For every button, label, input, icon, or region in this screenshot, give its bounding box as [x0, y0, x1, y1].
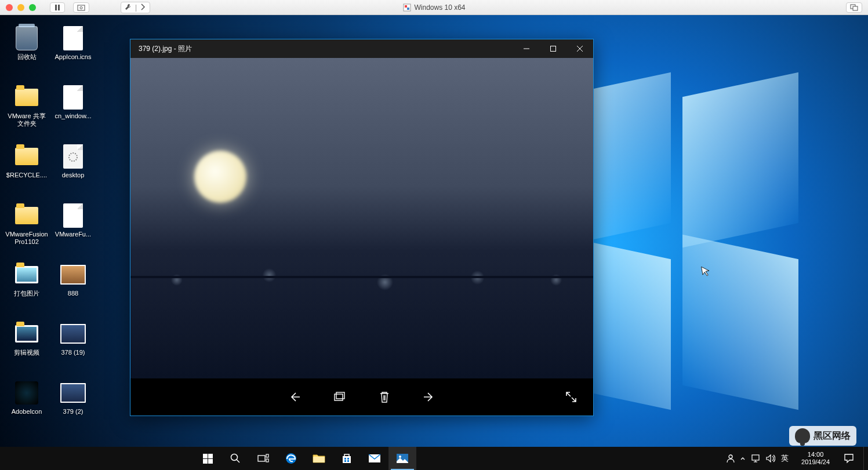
svg-rect-27 [344, 458, 346, 460]
taskbar-right: 英 14:00 2019/4/24 [723, 447, 868, 470]
search-button[interactable] [221, 447, 249, 470]
icon-label: 回收站 [17, 53, 37, 61]
delete-button[interactable] [376, 389, 393, 405]
desktop-icon-appicon[interactable]: AppIcon.icns [51, 23, 95, 80]
icon-label: VMwareFusionPro1102 [5, 231, 48, 246]
file-icon [63, 85, 83, 110]
photos-icon [396, 453, 409, 464]
desktop-icon-888[interactable]: 888 [51, 260, 95, 316]
svg-rect-16 [203, 454, 208, 458]
photos-window-controls [513, 39, 593, 58]
desktop-icon-adobeicon[interactable]: AdobeIcon [5, 378, 49, 435]
desktop-icon-379[interactable]: 379 (2) [51, 378, 95, 435]
taskbar-mail[interactable] [361, 447, 388, 470]
maximize-button[interactable] [540, 39, 566, 58]
volume-icon[interactable] [766, 454, 775, 462]
taskbar-edge[interactable] [277, 447, 305, 470]
watermark: 黑区网络 [789, 426, 856, 446]
svg-line-21 [237, 460, 239, 462]
desktop-icon-recycle-bin[interactable]: 回收站 [5, 23, 49, 80]
chevron-right-icon [140, 3, 146, 10]
svg-rect-22 [258, 456, 265, 461]
store-icon [341, 453, 353, 464]
photo-content-moon [194, 151, 246, 203]
svg-rect-0 [55, 5, 57, 10]
icon-label: VMware 共享文件夹 [5, 112, 48, 127]
taskbar-photos[interactable] [388, 447, 416, 470]
mac-snapshot-button[interactable] [73, 2, 89, 13]
mac-zoom-button[interactable] [29, 4, 36, 11]
svg-rect-23 [266, 454, 268, 457]
taskbar-store[interactable] [333, 447, 361, 470]
svg-point-9 [69, 153, 77, 161]
mac-close-button[interactable] [6, 4, 13, 11]
tray-chevron-up-icon[interactable] [740, 454, 745, 462]
taskbar-clock[interactable]: 14:00 2019/4/24 [797, 451, 834, 466]
photos-titlebar[interactable]: 379 (2).jpg - 照片 [130, 39, 593, 58]
close-button[interactable] [566, 39, 593, 58]
ime-indicator[interactable]: 英 [781, 453, 789, 464]
folder-icon [15, 89, 38, 106]
icon-label: 打包图片 [14, 290, 39, 297]
photos-image-view[interactable] [130, 58, 593, 378]
mac-fullscreen-button[interactable] [846, 2, 862, 13]
icon-label: $RECYCLE.... [6, 172, 47, 179]
svg-rect-15 [336, 392, 344, 399]
start-button[interactable] [194, 447, 221, 470]
clock-date: 2019/4/24 [801, 458, 830, 466]
search-icon [230, 453, 241, 464]
desktop-icon-recycle-folder[interactable]: $RECYCLE.... [5, 141, 49, 198]
svg-rect-30 [347, 460, 349, 462]
mac-tools-group[interactable]: | [121, 2, 150, 13]
fullscreen-button[interactable] [563, 389, 579, 405]
photos-title-label: 379 (2).jpg - 照片 [139, 44, 192, 54]
desktop-icon-cn-window[interactable]: cn_window... [51, 82, 95, 139]
taskbar-explorer[interactable] [305, 447, 333, 470]
svg-rect-29 [344, 460, 346, 462]
desktop-icon-pack-images[interactable]: 打包图片 [5, 260, 49, 316]
collection-button[interactable] [331, 389, 347, 405]
svg-point-34 [729, 455, 732, 458]
clock-time: 14:00 [808, 451, 824, 458]
icon-label: 888 [68, 290, 78, 297]
next-button[interactable] [422, 389, 438, 405]
mac-titlebar: | Windows 10 x64 [0, 0, 868, 15]
svg-rect-5 [404, 5, 406, 8]
svg-rect-26 [313, 457, 325, 462]
network-icon[interactable] [751, 454, 760, 462]
image-thumb-icon [60, 324, 86, 344]
show-desktop-button[interactable] [863, 447, 867, 470]
desktop-icon-clip-video[interactable]: 剪辑视频 [5, 319, 49, 376]
task-view-button[interactable] [249, 447, 277, 470]
people-icon[interactable] [727, 454, 735, 463]
windows-desktop[interactable]: 回收站 AppIcon.icns VMware 共享文件夹 cn_window.… [0, 15, 868, 470]
desktop-icon-vmware-share[interactable]: VMware 共享文件夹 [5, 82, 49, 139]
photo-content-frost [130, 257, 593, 303]
action-center-icon[interactable] [844, 453, 854, 464]
desktop-icon-vmwarefu[interactable]: VMwareFu... [51, 201, 95, 257]
photo-content-wire [130, 276, 593, 278]
svg-rect-8 [853, 6, 858, 10]
folder-with-image-icon [15, 325, 38, 343]
desktop-icons: 回收站 AppIcon.icns VMware 共享文件夹 cn_window.… [5, 23, 95, 435]
mac-pause-button[interactable] [50, 2, 65, 13]
folder-with-image-icon [15, 266, 38, 283]
svg-rect-18 [203, 459, 208, 464]
minimize-button[interactable] [513, 39, 540, 58]
photos-app-window: 379 (2).jpg - 照片 [130, 39, 594, 416]
svg-point-33 [399, 456, 401, 458]
desktop-icon-desktop-ini[interactable]: desktop [51, 141, 95, 198]
svg-rect-24 [266, 459, 268, 462]
desktop-icon-vmwarefusionpro[interactable]: VMwareFusionPro1102 [5, 201, 49, 257]
mac-minimize-button[interactable] [17, 4, 24, 11]
desktop-icon-378[interactable]: 378 (19) [51, 319, 95, 376]
svg-rect-14 [335, 394, 343, 400]
mac-traffic-lights [6, 4, 36, 11]
previous-button[interactable] [286, 389, 302, 405]
taskbar-left [194, 447, 416, 470]
edge-icon [285, 452, 297, 465]
folder-icon [15, 148, 38, 165]
watermark-label: 黑区网络 [813, 430, 851, 442]
folder-icon [313, 453, 325, 464]
photos-toolbar [130, 378, 593, 416]
